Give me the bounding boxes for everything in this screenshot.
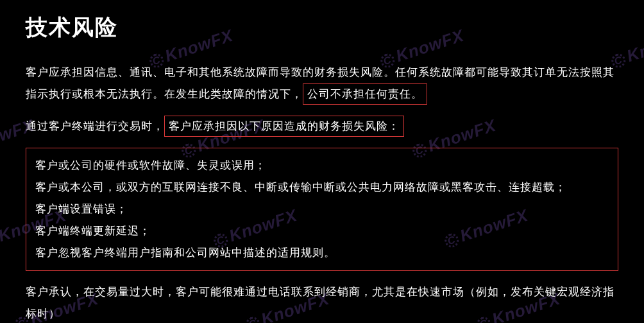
list-item: 客户或公司的硬件或软件故障、失灵或误用； [35,155,609,177]
page-title: 技术风险 [26,13,618,42]
paragraph-2: 通过客户终端进行交易时，客户应承担因以下原因造成的财务损失风险： [26,116,618,137]
list-item: 客户或本公司，或双方的互联网连接不良、中断或传输中断或公共电力网络故障或黑客攻击… [35,177,609,198]
list-item: 客户端终端更新延迟； [35,220,609,242]
para2-highlight: 客户应承担因以下原因造成的财务损失风险： [164,116,404,137]
list-item: 客户端设置错误； [35,198,609,220]
para2-text: 通过客户终端进行交易时， [26,120,164,132]
document-content: 技术风险 客户应承担因信息、通讯、电子和其他系统故障而导致的财务损失风险。任何系… [26,13,618,323]
paragraph-1: 客户应承担因信息、通讯、电子和其他系统故障而导致的财务损失风险。任何系统故障都可… [26,62,618,105]
paragraph-3: 客户承认，在交易量过大时，客户可能很难通过电话联系到经销商，尤其是在快速市场（例… [26,281,618,323]
list-item: 客户忽视客户终端用户指南和公司网站中描述的适用规则。 [35,242,609,264]
para1-highlight: 公司不承担任何责任。 [303,83,427,105]
risk-list-box: 客户或公司的硬件或软件故障、失灵或误用； 客户或本公司，或双方的互联网连接不良、… [26,148,618,271]
